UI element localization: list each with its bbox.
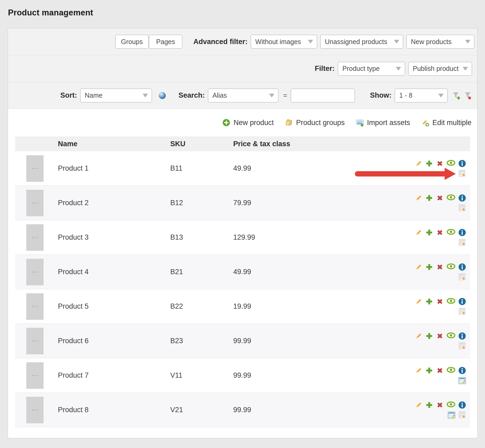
edit-icon[interactable] xyxy=(415,332,423,340)
import-assets-button[interactable]: Import assets xyxy=(356,119,410,127)
add-filter-icon[interactable] xyxy=(452,92,460,100)
add-icon[interactable] xyxy=(425,401,433,409)
product-thumbnail xyxy=(26,362,44,389)
delete-icon[interactable] xyxy=(436,160,444,167)
edit-variants-icon[interactable] xyxy=(448,411,456,419)
delete-icon[interactable] xyxy=(436,194,444,202)
chevron-down-icon xyxy=(143,94,148,97)
chevron-down-icon xyxy=(394,40,399,44)
info-icon[interactable] xyxy=(458,194,466,202)
delete-icon[interactable] xyxy=(436,332,444,340)
edit-variants-icon[interactable] xyxy=(458,377,466,385)
row-actions-secondary xyxy=(458,308,466,316)
globe-icon[interactable] xyxy=(158,91,167,100)
info-icon[interactable] xyxy=(458,367,466,374)
clear-filter-icon[interactable] xyxy=(463,92,471,100)
preview-icon[interactable] xyxy=(446,229,456,236)
featured-page-icon[interactable] xyxy=(458,204,466,212)
add-icon[interactable] xyxy=(425,160,433,167)
row-actions xyxy=(318,289,470,324)
product-sku: B21 xyxy=(170,268,233,276)
edit-icon[interactable] xyxy=(415,194,423,202)
info-icon[interactable] xyxy=(458,263,466,271)
preview-icon[interactable] xyxy=(446,367,456,374)
preview-icon[interactable] xyxy=(446,298,456,305)
chevron-down-icon xyxy=(308,40,313,44)
new-products-value: New products xyxy=(411,38,452,46)
preview-icon[interactable] xyxy=(446,332,456,340)
add-icon[interactable] xyxy=(425,298,433,305)
chevron-down-icon xyxy=(465,40,470,44)
row-actions-primary xyxy=(415,332,466,340)
row-actions-secondary xyxy=(448,411,466,419)
sort-dropdown[interactable]: Name xyxy=(80,89,152,102)
edit-icon[interactable] xyxy=(415,229,423,236)
chevron-down-icon xyxy=(438,94,444,97)
publish-product-value: Publish product xyxy=(413,65,458,72)
advanced-filter-label: Advanced filter: xyxy=(193,38,248,46)
product-price: 129.99 xyxy=(233,233,318,242)
featured-page-icon[interactable] xyxy=(458,411,466,419)
delete-icon[interactable] xyxy=(436,263,444,271)
product-price: 99.99 xyxy=(233,406,318,414)
add-icon[interactable] xyxy=(425,194,433,202)
add-icon[interactable] xyxy=(425,229,433,236)
delete-icon[interactable] xyxy=(436,229,444,236)
search-field-dropdown[interactable]: Alias xyxy=(208,89,278,102)
info-icon[interactable] xyxy=(458,332,466,340)
add-icon[interactable] xyxy=(425,263,433,271)
product-type-dropdown[interactable]: Product type xyxy=(338,62,405,76)
featured-page-icon[interactable] xyxy=(458,239,466,247)
pages-button[interactable]: Pages xyxy=(149,35,182,49)
preview-icon[interactable] xyxy=(446,160,456,167)
filter-label: Filter: xyxy=(315,64,335,73)
edit-icon[interactable] xyxy=(415,401,423,409)
featured-page-icon[interactable] xyxy=(458,308,466,316)
featured-page-icon[interactable] xyxy=(458,170,466,178)
product-name: Product 3 xyxy=(58,233,170,242)
edit-icon[interactable] xyxy=(415,160,423,167)
edit-icon[interactable] xyxy=(415,367,423,374)
preview-icon[interactable] xyxy=(446,194,456,202)
preview-icon[interactable] xyxy=(446,401,456,409)
add-icon[interactable] xyxy=(425,332,433,340)
actions-toolbar: New product Product groups Import assets xyxy=(8,109,477,136)
product-name: Product 5 xyxy=(58,302,170,311)
product-groups-button[interactable]: Product groups xyxy=(285,119,345,127)
edit-icon[interactable] xyxy=(415,263,423,271)
row-actions-primary xyxy=(415,263,466,271)
edit-multiple-button[interactable]: Edit multiple xyxy=(421,119,471,127)
add-icon[interactable] xyxy=(425,367,433,374)
product-price: 49.99 xyxy=(233,268,318,276)
unassigned-products-dropdown[interactable]: Unassigned products xyxy=(320,35,403,49)
info-icon[interactable] xyxy=(458,298,466,305)
preview-icon[interactable] xyxy=(446,263,456,271)
without-images-dropdown[interactable]: Without images xyxy=(251,35,317,49)
delete-icon[interactable] xyxy=(436,401,444,409)
new-product-button[interactable]: New product xyxy=(222,119,274,127)
row-actions xyxy=(318,186,470,220)
row-actions-primary xyxy=(415,401,466,409)
show-range-dropdown[interactable]: 1 - 8 xyxy=(395,89,448,102)
publish-product-dropdown[interactable]: Publish product xyxy=(408,62,472,76)
row-actions xyxy=(318,151,470,186)
info-icon[interactable] xyxy=(458,229,466,236)
table-row: Product 4 B21 49.99 xyxy=(15,255,470,289)
edit-multiple-label: Edit multiple xyxy=(432,119,471,127)
info-icon[interactable] xyxy=(458,160,466,167)
product-thumbnail xyxy=(26,190,44,216)
groups-button[interactable]: Groups xyxy=(115,35,148,49)
column-header-price: Price & tax class xyxy=(233,140,318,148)
product-thumbnail xyxy=(26,259,44,285)
info-icon[interactable] xyxy=(458,401,466,409)
new-products-dropdown[interactable]: New products xyxy=(406,35,474,49)
edit-icon[interactable] xyxy=(415,298,423,305)
featured-page-icon[interactable] xyxy=(458,273,466,281)
featured-page-icon[interactable] xyxy=(458,342,466,350)
delete-icon[interactable] xyxy=(436,298,444,305)
row-actions-secondary xyxy=(458,170,466,178)
search-value-input[interactable] xyxy=(291,89,355,102)
delete-icon[interactable] xyxy=(436,367,444,374)
chevron-down-icon xyxy=(269,94,274,97)
product-type-value: Product type xyxy=(342,65,380,72)
